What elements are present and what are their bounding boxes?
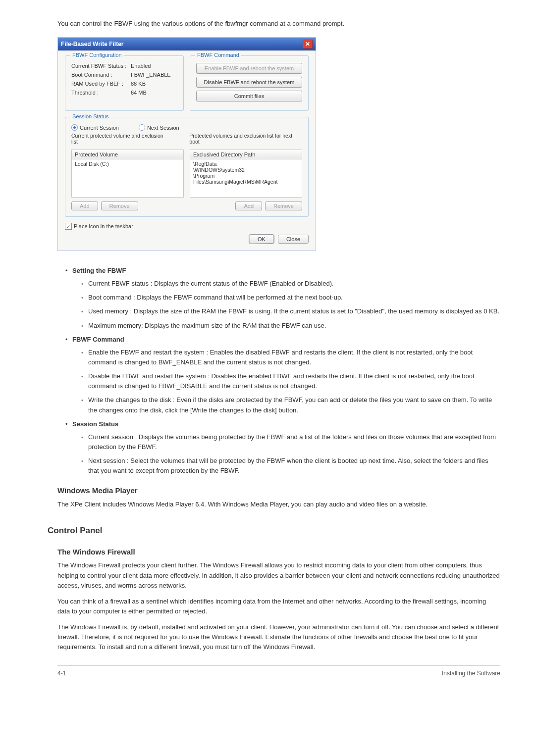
session-legend: Session Status — [70, 113, 110, 119]
page-footer: 4-1 Installing the Software — [57, 665, 500, 678]
firewall-paragraph-2: You can think of a firewall as a sentine… — [57, 597, 500, 616]
session-status-heading: Session Status — [72, 420, 118, 428]
next-session-sublabel: Protected volumes and exclusion list for… — [189, 133, 302, 145]
threshold-value: 64 MB — [131, 90, 147, 96]
ram-value: 88 KB — [131, 81, 146, 87]
exclusion-add-button[interactable]: Add — [235, 202, 262, 210]
place-icon-checkbox[interactable]: ✓ — [65, 223, 72, 230]
next-session-label: Next Session — [147, 125, 179, 131]
session-status-group: Session Status Current Session Next Sess… — [65, 117, 309, 217]
list-item: Current FBWF status : Displays the curre… — [81, 279, 500, 289]
footer-section-title: Installing the Software — [442, 669, 500, 678]
dialog-titlebar: File-Based Write Filter ✕ — [58, 38, 316, 50]
list-item: Boot command : Displays the FBWF command… — [81, 293, 500, 302]
next-session-radio[interactable] — [139, 124, 145, 131]
protected-add-button[interactable]: Add — [71, 202, 98, 210]
intro-text: You can control the FBWF using the vario… — [57, 20, 510, 27]
status-value: Enabled — [131, 63, 151, 69]
dialog-title: File-Based Write Filter — [61, 41, 123, 48]
exclusived-path-header: Exclusived Directory Path — [190, 150, 302, 159]
disable-fbwf-button[interactable]: Disable FBWF and reboot the system — [196, 77, 302, 88]
firewall-paragraph-3: The Windows Firewall is, by default, ins… — [57, 622, 500, 652]
fbwf-command-heading: FBWF Command — [72, 336, 124, 343]
protected-remove-button[interactable]: Remove — [101, 202, 138, 210]
list-item: Disable the FBWF and restart the system … — [81, 371, 500, 391]
firewall-paragraph-1: The Windows Firewall protects your clien… — [57, 560, 500, 590]
ok-button[interactable]: OK — [249, 235, 274, 244]
current-session-sublabel: Current protected volume and exclusion l… — [71, 133, 169, 145]
list-item: Maximum memory: Displays the maximum siz… — [81, 321, 500, 331]
config-legend: FBWF Configuration — [70, 52, 124, 58]
command-legend: FBWF Command — [195, 52, 241, 58]
protected-volume-header: Protected Volume — [71, 150, 184, 159]
list-item: Write the changes to the disk : Even if … — [81, 395, 500, 415]
boot-value: FBWF_ENABLE — [131, 72, 171, 78]
close-icon[interactable]: ✕ — [303, 40, 313, 49]
current-session-radio[interactable] — [71, 124, 78, 131]
exclusion-remove-button[interactable]: Remove — [265, 202, 302, 210]
wmp-paragraph: The XPe Client includes Windows Media Pl… — [57, 500, 500, 509]
exclusion-path-item: \WINDOWS\system32 — [193, 167, 299, 173]
enable-fbwf-button[interactable]: Enable FBWF and reboot the system — [196, 63, 302, 74]
exclusion-path-item: \RegfData — [193, 161, 299, 167]
threshold-label: Threshold : — [71, 90, 131, 96]
control-panel-heading: Control Panel — [48, 524, 500, 537]
fbwf-command-group: FBWF Command Enable FBWF and reboot the … — [190, 55, 309, 111]
status-label: Current FBWF Status : — [71, 63, 131, 69]
exclusived-path-list[interactable]: \RegfData \WINDOWS\system32 \Program Fil… — [190, 159, 302, 198]
list-item: Used memory : Displays the size of the R… — [81, 306, 500, 316]
list-item: Enable the FBWF and restart the system :… — [81, 348, 500, 367]
list-item: Next session : Select the volumes that w… — [81, 456, 500, 476]
protected-volume-item[interactable]: Local Disk (C:) — [75, 161, 180, 167]
ram-label: RAM Used by FBEF : — [71, 81, 131, 87]
boot-label: Boot Command : — [71, 72, 131, 78]
footer-page-number: 4-1 — [57, 669, 66, 678]
exclusion-path-item: \Program Files\Samsung\MagicRMS\MRAgent — [193, 173, 299, 185]
protected-volume-list[interactable]: Local Disk (C:) — [71, 159, 184, 198]
firewall-heading: The Windows Firewall — [57, 546, 500, 557]
setting-fbwf-heading: Setting the FBWF — [72, 267, 126, 274]
close-button[interactable]: Close — [278, 235, 309, 244]
list-item: Current session : Displays the volumes b… — [81, 432, 500, 452]
fbwf-dialog: File-Based Write Filter ✕ FBWF Configura… — [57, 37, 316, 251]
commit-files-button[interactable]: Commit files — [196, 91, 302, 101]
fbwf-configuration-group: FBWF Configuration Current FBWF Status :… — [65, 55, 184, 111]
wmp-heading: Windows Media Player — [57, 485, 500, 496]
current-session-label: Current Session — [80, 125, 119, 131]
place-icon-label: Place icon in the taskbar — [74, 223, 133, 229]
